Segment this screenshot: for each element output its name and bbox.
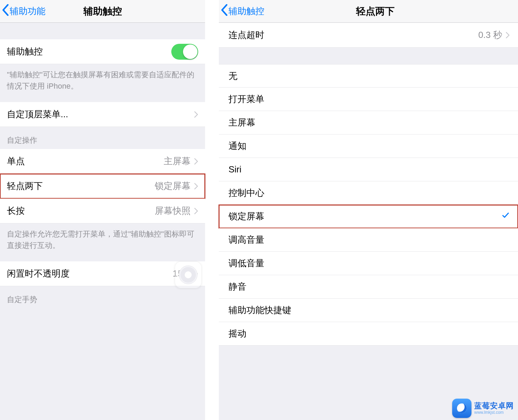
watermark-logo-icon <box>452 399 471 418</box>
option-row[interactable]: 调高音量 <box>219 228 518 252</box>
pane-divider <box>205 0 219 420</box>
assistive-touch-floating-button[interactable] <box>175 261 202 288</box>
option-label: 主屏幕 <box>228 117 510 129</box>
toggle-switch[interactable] <box>171 44 198 60</box>
chevron-right-icon <box>194 183 198 190</box>
option-label: 静音 <box>228 281 510 293</box>
option-row[interactable]: 辅助功能快捷键 <box>219 299 518 322</box>
option-row[interactable]: 打开菜单 <box>219 88 518 111</box>
checkmark-icon <box>501 211 510 222</box>
toggle-label: 辅助触控 <box>7 46 171 58</box>
option-label: Siri <box>228 164 510 175</box>
idle-opacity-row[interactable]: 闲置时不透明度 15% <box>0 261 205 286</box>
option-row[interactable]: 主屏幕 <box>219 111 518 134</box>
back-label: 辅助触控 <box>228 5 264 17</box>
cell-value: 锁定屏幕 <box>155 180 191 192</box>
nav-bar: 辅助触控 轻点两下 <box>219 0 518 23</box>
actions-footer: 自定操作允许您无需打开菜单，通过"辅助触控"图标即可直接进行互动。 <box>0 223 205 254</box>
option-row[interactable]: 调低音量 <box>219 252 518 275</box>
option-row[interactable]: 无 <box>219 64 518 88</box>
option-row[interactable]: 锁定屏幕 <box>219 205 518 228</box>
cell-label: 连点超时 <box>228 29 478 41</box>
cell-value: 屏幕快照 <box>155 205 191 217</box>
action-long-press-row[interactable]: 长按 屏幕快照 <box>0 199 205 223</box>
left-pane: 辅助功能 辅助触控 辅助触控 "辅助触控"可让您在触摸屏幕有困难或需要自适应配件… <box>0 0 205 420</box>
options-list: 无打开菜单主屏幕通知Siri控制中心锁定屏幕调高音量调低音量静音辅助功能快捷键摇… <box>219 64 518 346</box>
watermark-title: 蓝莓安卓网 <box>474 402 514 410</box>
option-label: 摇动 <box>228 328 510 340</box>
chevron-right-icon <box>194 158 198 165</box>
right-pane: 辅助触控 轻点两下 连点超时 0.3 秒 无打开菜单主屏幕通知Siri控制中心锁… <box>219 0 518 420</box>
customize-top-menu-row[interactable]: 自定顶层菜单... <box>0 102 205 127</box>
back-label: 辅助功能 <box>10 5 45 17</box>
nav-bar: 辅助功能 辅助触控 <box>0 0 205 23</box>
watermark: 蓝莓安卓网 www.lmkjst.com <box>452 399 514 418</box>
option-label: 调高音量 <box>228 234 510 246</box>
action-single-tap-row[interactable]: 单点 主屏幕 <box>0 149 205 174</box>
chevron-right-icon <box>194 111 198 118</box>
cell-label: 自定顶层菜单... <box>7 108 194 120</box>
option-label: 无 <box>228 70 510 82</box>
tap-timeout-row[interactable]: 连点超时 0.3 秒 <box>219 23 518 48</box>
option-label: 锁定屏幕 <box>228 210 501 222</box>
option-row[interactable]: 摇动 <box>219 322 518 346</box>
cell-label: 单点 <box>7 155 164 167</box>
option-label: 打开菜单 <box>228 93 510 105</box>
chevron-left-icon <box>221 4 228 18</box>
cell-value: 0.3 秒 <box>478 29 502 41</box>
custom-actions-header: 自定操作 <box>0 127 205 149</box>
option-row[interactable]: 通知 <box>219 134 518 158</box>
option-label: 控制中心 <box>228 187 510 199</box>
option-row[interactable]: 静音 <box>219 275 518 299</box>
cell-label: 闲置时不透明度 <box>7 268 173 280</box>
back-button[interactable]: 辅助触控 <box>219 4 264 18</box>
option-label: 调低音量 <box>228 257 510 269</box>
action-double-tap-row[interactable]: 轻点两下 锁定屏幕 <box>0 174 205 199</box>
chevron-right-icon <box>194 208 198 214</box>
option-row[interactable]: Siri <box>219 158 518 181</box>
watermark-url: www.lmkjst.com <box>474 410 514 415</box>
assistive-touch-toggle-row[interactable]: 辅助触控 <box>0 39 205 64</box>
toggle-footer: "辅助触控"可让您在触摸屏幕有困难或需要自适应配件的情况下使用 iPhone。 <box>0 64 205 95</box>
cell-label: 轻点两下 <box>7 180 155 192</box>
option-label: 辅助功能快捷键 <box>228 304 510 316</box>
chevron-right-icon <box>506 32 510 39</box>
back-button[interactable]: 辅助功能 <box>0 4 45 18</box>
custom-gestures-header: 自定手势 <box>0 286 205 308</box>
cell-label: 长按 <box>7 205 155 217</box>
chevron-left-icon <box>2 4 10 18</box>
option-label: 通知 <box>228 140 510 152</box>
option-row[interactable]: 控制中心 <box>219 181 518 205</box>
cell-value: 主屏幕 <box>164 155 191 167</box>
